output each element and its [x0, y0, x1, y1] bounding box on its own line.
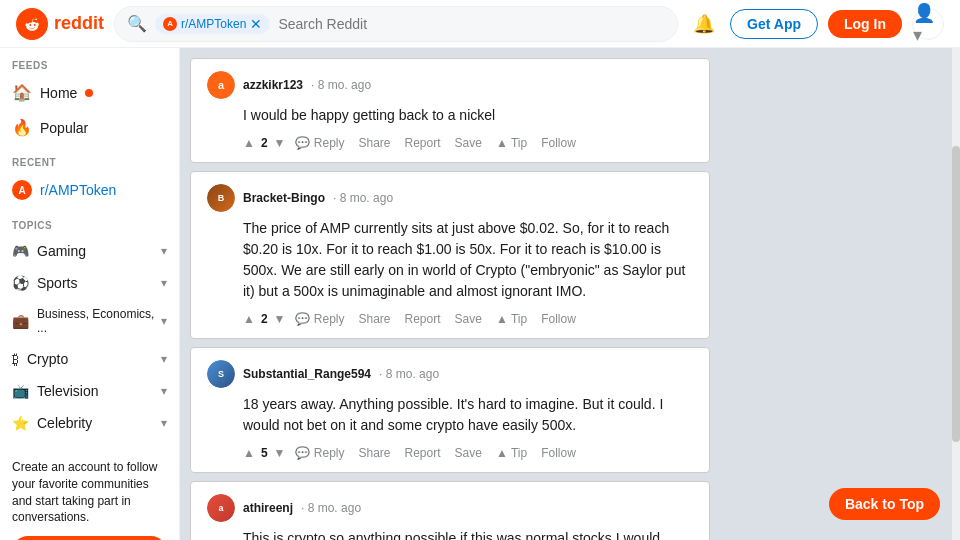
sidebar-item-gaming[interactable]: 🎮 Gaming ▾: [0, 235, 179, 267]
upvote-btn[interactable]: ▲: [243, 312, 255, 326]
gaming-chevron-icon: ▾: [161, 244, 167, 258]
save-btn[interactable]: Save: [451, 444, 486, 462]
user-avatar[interactable]: 👤 ▾: [912, 8, 944, 40]
sidebar-item-amptoken[interactable]: A r/AMPToken: [0, 172, 179, 208]
downvote-btn[interactable]: ▼: [274, 312, 286, 326]
business-chevron-icon: ▾: [161, 314, 167, 328]
topics-label: TOPICS: [0, 208, 179, 235]
comment-2-username: Bracket-Bingo: [243, 191, 325, 205]
comment-2: B Bracket-Bingo · 8 mo. ago The price of…: [190, 171, 710, 339]
share-btn[interactable]: Share: [354, 444, 394, 462]
sidebar-item-celebrity[interactable]: ⭐ Celebrity ▾: [0, 407, 179, 439]
comment-1-avatar: a: [207, 71, 235, 99]
sidebar-item-popular[interactable]: 🔥 Popular: [0, 110, 179, 145]
report-btn[interactable]: Report: [401, 444, 445, 462]
comment-4-username: athireenj: [243, 501, 293, 515]
search-input[interactable]: [278, 16, 665, 32]
right-panel: [720, 48, 960, 540]
share-btn[interactable]: Share: [354, 134, 394, 152]
sports-label: Sports: [37, 275, 77, 291]
comment-1-time: · 8 mo. ago: [311, 78, 371, 92]
subreddit-icon: A: [163, 17, 177, 31]
join-reddit-button[interactable]: Join Reddit: [12, 536, 167, 540]
tag-label: r/AMPToken: [181, 17, 246, 31]
sidebar-item-television[interactable]: 📺 Television ▾: [0, 375, 179, 407]
comment-4-header: a athireenj · 8 mo. ago: [207, 494, 697, 522]
sports-icon: ⚽: [12, 275, 29, 291]
notification-icon[interactable]: 🔔: [688, 8, 720, 40]
comment-3-body: 18 years away. Anything possible. It's h…: [243, 394, 697, 436]
sidebar-item-home-label: Home: [40, 85, 77, 101]
report-btn[interactable]: Report: [401, 310, 445, 328]
tip-btn[interactable]: ▲ Tip: [492, 444, 531, 462]
comment-2-time: · 8 mo. ago: [333, 191, 393, 205]
business-label: Business, Economics, ...: [37, 307, 161, 335]
get-app-button[interactable]: Get App: [730, 9, 818, 39]
comment-2-actions: ▲ 2 ▼ 💬 Reply Share Report Save ▲ Tip Fo…: [243, 310, 697, 328]
comment-3: S Substantial_Range594 · 8 mo. ago 18 ye…: [190, 347, 710, 473]
sidebar-item-business[interactable]: 💼 Business, Economics, ... ▾: [0, 299, 179, 343]
login-button[interactable]: Log In: [828, 10, 902, 38]
follow-btn[interactable]: Follow: [537, 444, 580, 462]
header: reddit 🔍 A r/AMPToken ✕ 🔔 Get App Log In…: [0, 0, 960, 48]
share-btn[interactable]: Share: [354, 310, 394, 328]
reply-btn[interactable]: 💬 Reply: [291, 310, 348, 328]
scroll-thumb: [952, 146, 960, 441]
search-tag-pill[interactable]: A r/AMPToken ✕: [155, 14, 270, 34]
tip-btn[interactable]: ▲ Tip: [492, 310, 531, 328]
comment-4-time: · 8 mo. ago: [301, 501, 361, 515]
gaming-label: Gaming: [37, 243, 86, 259]
television-icon: 📺: [12, 383, 29, 399]
television-chevron-icon: ▾: [161, 384, 167, 398]
follow-btn[interactable]: Follow: [537, 310, 580, 328]
back-to-top-button[interactable]: Back to Top: [829, 488, 940, 520]
reply-btn[interactable]: 💬 Reply: [291, 134, 348, 152]
remove-tag-icon[interactable]: ✕: [250, 16, 262, 32]
reddit-snoo-icon: [22, 14, 42, 34]
follow-btn[interactable]: Follow: [537, 134, 580, 152]
vote-count: 2: [261, 312, 268, 326]
comment-2-header: B Bracket-Bingo · 8 mo. ago: [207, 184, 697, 212]
upvote-btn[interactable]: ▲: [243, 136, 255, 150]
comment-4: a athireenj · 8 mo. ago This is crypto s…: [190, 481, 710, 540]
downvote-btn[interactable]: ▼: [274, 136, 286, 150]
amptoken-label: r/AMPToken: [40, 182, 116, 198]
comment-1-body: I would be happy getting back to a nicke…: [243, 105, 697, 126]
sidebar-item-sports[interactable]: ⚽ Sports ▾: [0, 267, 179, 299]
logo-text: reddit: [54, 13, 104, 34]
sidebar-item-crypto[interactable]: ₿ Crypto ▾: [0, 343, 179, 375]
search-bar[interactable]: 🔍 A r/AMPToken ✕: [114, 6, 678, 42]
reply-btn[interactable]: 💬 Reply: [291, 444, 348, 462]
join-reddit-description: Create an account to follow your favorit…: [12, 459, 167, 526]
join-reddit-section: Create an account to follow your favorit…: [0, 447, 179, 540]
comment-2-avatar: B: [207, 184, 235, 212]
vote-count: 2: [261, 136, 268, 150]
scroll-indicator[interactable]: [952, 48, 960, 540]
tip-btn[interactable]: ▲ Tip: [492, 134, 531, 152]
comment-1-header: a azzkikr123 · 8 mo. ago: [207, 71, 697, 99]
downvote-btn[interactable]: ▼: [274, 446, 286, 460]
report-btn[interactable]: Report: [401, 134, 445, 152]
comment-1: a azzkikr123 · 8 mo. ago I would be happ…: [190, 58, 710, 163]
crypto-chevron-icon: ▾: [161, 352, 167, 366]
comment-3-username: Substantial_Range594: [243, 367, 371, 381]
upvote-btn[interactable]: ▲: [243, 446, 255, 460]
sports-chevron-icon: ▾: [161, 276, 167, 290]
search-icon: 🔍: [127, 14, 147, 33]
amptoken-icon: A: [12, 180, 32, 200]
reddit-logo-icon: [16, 8, 48, 40]
comment-3-header: S Substantial_Range594 · 8 mo. ago: [207, 360, 697, 388]
logo-link[interactable]: reddit: [16, 8, 104, 40]
comment-3-avatar: S: [207, 360, 235, 388]
crypto-label: Crypto: [27, 351, 68, 367]
celebrity-label: Celebrity: [37, 415, 92, 431]
recent-label: RECENT: [0, 145, 179, 172]
comment-4-avatar: a: [207, 494, 235, 522]
sidebar-item-popular-label: Popular: [40, 120, 88, 136]
save-btn[interactable]: Save: [451, 134, 486, 152]
popular-icon: 🔥: [12, 118, 32, 137]
save-btn[interactable]: Save: [451, 310, 486, 328]
sidebar-item-home[interactable]: 🏠 Home: [0, 75, 179, 110]
avatar-img: B: [207, 184, 235, 212]
sidebar: FEEDS 🏠 Home 🔥 Popular RECENT A r/AMPTok…: [0, 48, 180, 540]
